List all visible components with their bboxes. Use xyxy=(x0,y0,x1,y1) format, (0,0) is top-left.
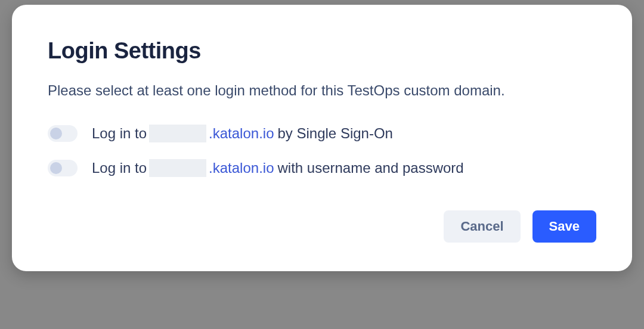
toggle-knob-icon xyxy=(50,128,62,139)
modal-description: Please select at least one login method … xyxy=(48,80,596,101)
modal-backdrop: Login Settings Please select at least on… xyxy=(0,0,644,329)
modal-title: Login Settings xyxy=(48,38,596,64)
option-suffix: by Single Sign-On xyxy=(277,125,392,142)
redacted-subdomain xyxy=(149,125,206,142)
save-button[interactable]: Save xyxy=(532,210,596,243)
domain-suffix: .katalon.io xyxy=(209,125,274,142)
toggle-sso[interactable] xyxy=(48,125,78,142)
option-password: Log in to .katalon.io with username and … xyxy=(48,159,596,177)
login-settings-modal: Login Settings Please select at least on… xyxy=(12,5,632,271)
toggle-knob-icon xyxy=(50,162,62,174)
toggle-password[interactable] xyxy=(48,160,78,176)
button-row: Cancel Save xyxy=(48,210,596,243)
cancel-button[interactable]: Cancel xyxy=(444,210,520,243)
option-password-label: Log in to .katalon.io with username and … xyxy=(92,159,464,177)
option-sso-label: Log in to .katalon.io by Single Sign-On xyxy=(92,125,393,142)
domain-suffix: .katalon.io xyxy=(209,160,274,176)
redacted-subdomain xyxy=(149,159,206,177)
option-sso: Log in to .katalon.io by Single Sign-On xyxy=(48,125,596,142)
option-prefix: Log in to xyxy=(92,160,147,176)
option-suffix: with username and password xyxy=(277,160,463,176)
option-prefix: Log in to xyxy=(92,125,147,142)
